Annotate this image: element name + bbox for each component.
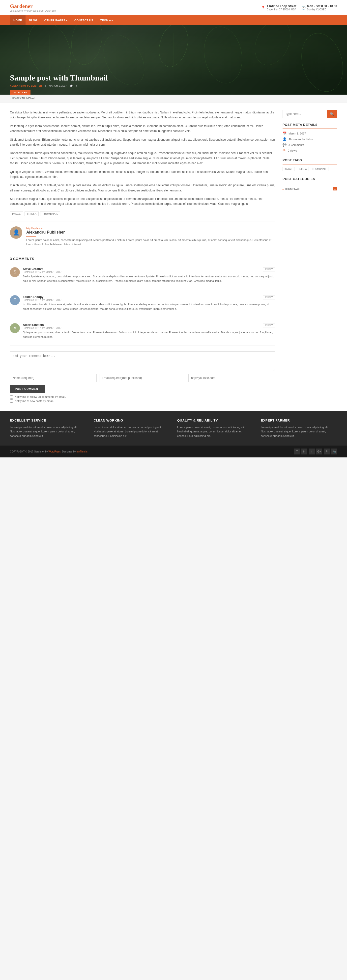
social-pinterest[interactable]: P — [324, 449, 329, 455]
nav-item-other-pages[interactable]: OTHER PAGES — [41, 15, 71, 25]
nav-item-zeon[interactable]: ZEON + — [97, 15, 117, 25]
hero-meta: ALEXANDRU PUBLISHER | MARCH 1, 2017 💬 ♥ — [10, 84, 337, 87]
social-googleplus[interactable]: G+ — [316, 449, 322, 455]
comment-0-reply-btn[interactable]: REPLY — [263, 267, 275, 271]
meta-views-row: 👁 0 views — [283, 149, 337, 152]
comment-1: F Faster Snoopy Posted on 11:17 pm March… — [10, 295, 275, 317]
comment-0-author: Steve Creative — [23, 267, 61, 271]
author-avatar: 👤 — [10, 226, 22, 239]
notify-comments-checkbox[interactable] — [10, 395, 13, 398]
post-comment-button[interactable]: POST COMMENT — [10, 385, 45, 393]
nav-item-contact[interactable]: CONTACT US — [71, 15, 97, 25]
header-hours: 🕐 Mon - Sat 8.00 - 18.00 Sunday CLOSED — [301, 5, 337, 11]
footer-mythm-link[interactable]: myThm.in — [77, 450, 88, 453]
nav-item-home[interactable]: HOME — [10, 15, 26, 25]
footer-copy-text: COPYRIGHT © 2017 Gardener by WordPress. … — [10, 450, 88, 453]
search-input[interactable] — [283, 110, 327, 118]
meta-views: 0 views — [288, 149, 297, 152]
hero-date: MARCH 1, 2017 — [49, 84, 67, 87]
meta-date-row: 📅 March 1, 2017 — [283, 132, 337, 135]
header-hours-line1: Mon - Sat 8.00 - 18.00 — [307, 5, 337, 8]
footer-widget-2-text: Lorem ipsum dolor sit amet, consecur our… — [177, 425, 254, 438]
footer-widget-3-text: Lorem ipsum dolor sit amet, consecur our… — [261, 425, 337, 438]
comment-0-avatar: S — [10, 267, 20, 277]
category-0-count: 1 — [333, 187, 337, 191]
site-nav: HOME BLOG OTHER PAGES CONTACT US ZEON + — [0, 15, 347, 25]
comments-section: 3 Comments S Steve Creative Posted on 11… — [10, 257, 275, 403]
notify-posts-label: Notify me of new posts by email. — [10, 399, 275, 403]
footer-widget-1-title: CLEAN WORKING — [94, 418, 170, 422]
comments-heading: 3 Comments — [10, 257, 275, 263]
comment-1-avatar: F — [10, 295, 20, 305]
header-address: 📍 1 Infinite Loop Street Cupertino, CA 9… — [261, 5, 296, 11]
notify-comments-label: Notify me of follow-up comments by email… — [10, 395, 275, 398]
footer-widget-3-title: EXPERT FARMER — [261, 418, 337, 422]
sidebar-tag-1[interactable]: BRISSA — [296, 167, 309, 171]
comment-icon: 💬 — [283, 143, 286, 146]
comment-0: S Steve Creative Posted on 11:15 pm Marc… — [10, 267, 275, 289]
sidebar-category-0[interactable]: ▸ THUMBNAIL 1 — [283, 186, 337, 192]
sidebar-tags-title: POST TAGS — [283, 158, 337, 164]
footer-bottom: COPYRIGHT © 2017 Gardener by WordPress. … — [0, 445, 347, 457]
comment-website-input[interactable] — [189, 374, 275, 382]
comment-form-fields — [10, 374, 275, 382]
comment-1-text: In nibh justo, blandit dictum ante at, v… — [23, 302, 275, 311]
user-icon: 👤 — [283, 137, 286, 141]
footer-widget-1-text: Lorem ipsum dolor sit amet, consecur our… — [94, 425, 170, 438]
sidebar-tag-0[interactable]: IMAGE — [283, 167, 294, 171]
article-tag-1[interactable]: BRISSA — [24, 212, 39, 216]
sidebar-categories-title: POST CATEGORIES — [283, 177, 337, 183]
nav-item-blog[interactable]: BLOG — [26, 15, 41, 25]
footer-widget-0-title: EXCELLENT SERVICE — [10, 418, 86, 422]
social-linkedin[interactable]: in — [301, 449, 307, 455]
article-tags: IMAGE BRISSA THUMBNAIL — [10, 212, 275, 216]
comment-1-body: Faster Snoopy Posted on 11:17 pm March 1… — [23, 295, 275, 311]
sidebar-tag-2[interactable]: THUMBNAIL — [310, 167, 328, 171]
comment-textarea[interactable] — [10, 352, 275, 371]
footer-wordpress-link[interactable]: WordPress — [49, 450, 61, 453]
category-arrow-icon: ▸ — [283, 188, 284, 191]
sidebar-post-tags: POST TAGS IMAGE BRISSA THUMBNAIL — [283, 158, 337, 171]
search-button[interactable]: 🔍 — [327, 110, 337, 118]
meta-comments: 3 Comments — [288, 143, 304, 146]
hero-title: Sample post with Thumbnail — [10, 73, 337, 83]
header-contact: 📍 1 Infinite Loop Street Cupertino, CA 9… — [261, 5, 337, 11]
eye-icon: 👁 — [283, 149, 286, 152]
comment-2-date: Posted on 11:17 pm March 1, 2017 — [23, 327, 61, 329]
hero-content: Sample post with Thumbnail ALEXANDRU PUB… — [10, 73, 337, 87]
sidebar-post-meta: POST META DETAILS 📅 March 1, 2017 👤 Alex… — [283, 123, 337, 152]
comment-2-text: Quisque vel purus ornare, viverra leo id… — [23, 330, 275, 339]
article-p6: In nibh justo, blandit dictum ante at, v… — [10, 183, 275, 193]
article-p4: Donec vestibulum, turpis quis eleifend c… — [10, 151, 275, 166]
comment-0-body: Steve Creative Posted on 11:15 pm March … — [23, 267, 275, 283]
comment-checkboxes: Notify me of follow-up comments by email… — [10, 395, 275, 403]
site-logo[interactable]: Gardener — [10, 3, 56, 10]
comment-email-input[interactable] — [99, 374, 186, 382]
social-instagram[interactable]: 📷 — [331, 449, 337, 455]
footer-widget-1: CLEAN WORKING Lorem ipsum dolor sit amet… — [94, 418, 170, 438]
comment-1-reply-btn[interactable]: REPLY — [263, 295, 275, 299]
author-website-link[interactable]: http://mythm.in — [26, 227, 43, 230]
social-twitter[interactable]: T — [294, 449, 300, 455]
notify-posts-checkbox[interactable] — [10, 399, 13, 403]
sidebar-tags-list: IMAGE BRISSA THUMBNAIL — [283, 167, 337, 171]
article-tag-0[interactable]: IMAGE — [10, 212, 23, 216]
sidebar-search: 🔍 — [283, 110, 337, 118]
article-p1: Curabitur lobortis feugiat nisi, viverra… — [10, 110, 275, 120]
article-body: Curabitur lobortis feugiat nisi, viverra… — [10, 110, 275, 207]
breadcrumb-home[interactable]: ⌂ HOME — [10, 97, 19, 100]
footer-widgets: EXCELLENT SERVICE Lorem ipsum dolor sit … — [0, 411, 347, 446]
article-tag-2[interactable]: THUMBNAIL — [40, 212, 60, 216]
clock-icon: 🕐 — [301, 6, 305, 10]
meta-date: March 1, 2017 — [288, 132, 306, 135]
location-icon: 📍 — [261, 6, 265, 10]
comment-2-reply-btn[interactable]: REPLY — [263, 323, 275, 328]
comment-0-date: Posted on 11:15 pm March 1, 2017 — [23, 271, 61, 274]
author-divider — [26, 236, 36, 237]
social-facebook[interactable]: f — [309, 449, 315, 455]
comment-1-date: Posted on 11:17 pm March 1, 2017 — [23, 299, 61, 301]
hero-comments-icon: 💬 — [70, 84, 73, 87]
comment-name-input[interactable] — [10, 374, 97, 382]
main-wrapper: Gardener Just another WordPress Lorem Do… — [0, 0, 347, 457]
author-name: Alexandru Publisher — [26, 230, 275, 234]
